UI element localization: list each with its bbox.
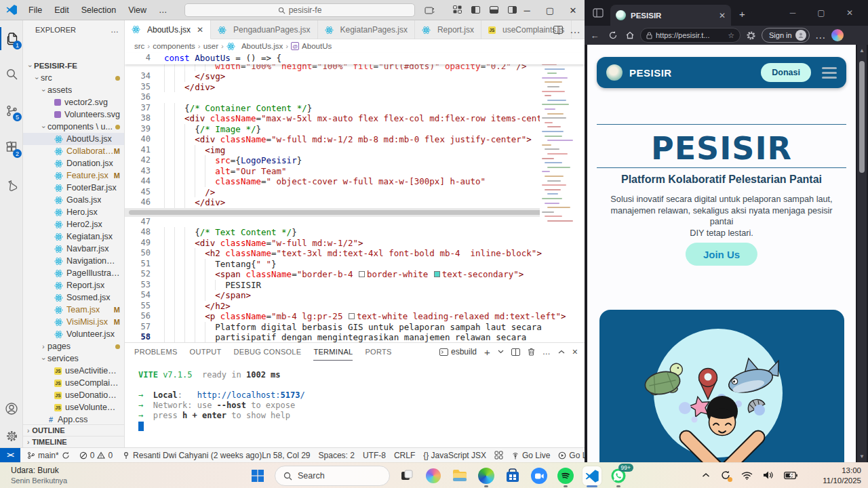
maximize-button[interactable]: ▢ — [538, 0, 561, 20]
panel-more-icon[interactable]: … — [542, 347, 551, 357]
minimap[interactable] — [540, 61, 580, 230]
tree-item-services[interactable]: ›services — [23, 352, 124, 365]
code-line-56[interactable]: 56<p className="mb-4 lg:pr-25 text-white… — [125, 311, 585, 322]
browser-more-icon[interactable]: … — [815, 29, 826, 41]
browser-scrollbar[interactable]: ▲ ▼ — [857, 45, 867, 462]
tree-item-goalsjsx[interactable]: Goals.jsx — [23, 194, 124, 206]
code-line-38[interactable]: 38<div className="max-w-5xl mx-auto flex… — [125, 113, 585, 124]
source-control-activity-icon[interactable]: 5 — [0, 99, 23, 122]
explorer-activity-icon[interactable]: 1 — [0, 27, 23, 50]
code-line-51[interactable]: 51Tentang{" "} — [125, 259, 585, 270]
tree-item-reportjsx[interactable]: Report.jsx — [23, 279, 124, 291]
menu-view[interactable]: View — [123, 3, 152, 17]
status-item[interactable] — [494, 451, 503, 460]
code-line-42[interactable]: 42src={LogoPesisir} — [125, 155, 585, 166]
editor-tab-kegiatanpagesjsx[interactable]: KegiatanPages.jsx — [318, 20, 415, 39]
tree-item-src[interactable]: ›src — [23, 72, 124, 84]
timeline-section[interactable]: ›TIMELINE — [23, 436, 124, 447]
browser-maximize-button[interactable]: ▢ — [807, 8, 835, 18]
signin-button[interactable]: Sign in — [762, 28, 810, 43]
tab-actions-icon[interactable] — [593, 8, 604, 18]
code-line-35[interactable]: 35</div> — [125, 82, 585, 93]
status-item[interactable]: Ln 58, Col 29 — [262, 451, 310, 460]
tree-item-footerbarjsx[interactable]: FooterBar.jsx — [23, 182, 124, 194]
edge-icon[interactable] — [477, 466, 496, 485]
donasi-button[interactable]: Donasi — [761, 63, 811, 82]
tree-item-usevolunteerjs[interactable]: JSuseVolunteer.js — [23, 401, 124, 413]
command-center-search[interactable]: pesisir-fe — [184, 3, 415, 17]
code-line-36[interactable]: 36 — [125, 92, 585, 103]
new-tab-icon[interactable]: + — [739, 8, 745, 20]
code-line-54[interactable]: 54</span> — [125, 290, 585, 301]
testing-flask-icon[interactable] — [0, 174, 23, 197]
tree-item-herojsx[interactable]: Hero.jsx — [23, 206, 124, 218]
menu-file[interactable]: File — [23, 3, 47, 17]
browser-home-icon[interactable] — [621, 30, 639, 40]
microsoft-store-icon[interactable] — [503, 466, 522, 485]
panel-tab-ports[interactable]: PORTS — [365, 343, 391, 361]
tree-item-usecomplaintsjs[interactable]: JSuseComplaints.js — [23, 377, 124, 389]
tray-chevron-icon[interactable] — [702, 472, 710, 478]
hamburger-menu-icon[interactable] — [822, 67, 837, 79]
code-line-43[interactable]: 43alt="Our Team" — [125, 166, 585, 177]
status-item[interactable]: main* — [27, 451, 70, 460]
tree-item-volunteerjsx[interactable]: Volunteer.jsx — [23, 328, 124, 340]
status-item[interactable]: CRLF — [394, 451, 415, 460]
task-view-icon[interactable] — [397, 466, 416, 485]
search-activity-icon[interactable] — [0, 62, 23, 85]
code-line-48[interactable]: 48{/* Text Content */} — [125, 227, 585, 238]
whatsapp-icon[interactable]: 99+ — [609, 466, 628, 485]
code-line-39[interactable]: 39{/* Image */} — [125, 124, 585, 135]
breadcrumb-item[interactable]: components — [153, 42, 195, 50]
maximize-panel-icon[interactable] — [558, 350, 565, 354]
extensions-activity-icon[interactable]: 2 — [0, 136, 23, 159]
tree-item-pageillustrationjsx[interactable]: PageIllustration.jsx — [23, 267, 124, 279]
editor-tab-aboutusjsx[interactable]: AboutUs.jsx✕ — [125, 20, 211, 39]
taskbar-search[interactable]: Search — [275, 466, 390, 486]
new-window-icon[interactable] — [425, 6, 435, 16]
code-line-52[interactable]: 52<span className="border-b-4 border-whi… — [125, 269, 585, 280]
browser-back-icon[interactable]: ← — [585, 30, 605, 41]
editor-tab-pengaduanpagesjsx[interactable]: PengaduanPages.jsx — [211, 20, 317, 39]
account-icon[interactable] — [0, 397, 23, 420]
menu-selection[interactable]: Selection — [76, 3, 121, 17]
menu-edit[interactable]: Edit — [49, 3, 75, 17]
code-line-34[interactable]: 34</svg> — [125, 71, 585, 82]
copilot-icon[interactable] — [831, 29, 844, 41]
customize-layout-icon[interactable] — [453, 5, 462, 14]
tree-item-teamjsx[interactable]: Team.jsxM — [23, 304, 124, 316]
code-area[interactable]: width="100%" height="100%" fill="url(#do… — [125, 64, 585, 342]
explorer-more-icon[interactable]: … — [111, 25, 119, 35]
tree-item-sosmedjsx[interactable]: Sosmed.jsx — [23, 291, 124, 304]
code-line[interactable]: width="100%" height="100%" fill="url(#do… — [125, 64, 585, 71]
panel-tab-terminal[interactable]: TERMINAL — [313, 343, 353, 361]
clock-widget[interactable]: 13:00 11/10/2025 — [823, 466, 861, 486]
toggle-panel-icon[interactable] — [490, 6, 498, 14]
code-line-50[interactable]: 50<h2 className="text-3xl md:text-4xl fo… — [125, 248, 585, 259]
browser-extensions-icon[interactable] — [746, 30, 756, 41]
code-line-40[interactable]: 40<div className="w-full md:w-1/2 mb-8 m… — [125, 134, 585, 145]
horizontal-scrollbar[interactable] — [125, 208, 585, 217]
status-item[interactable]: Go Live — [511, 451, 550, 460]
code-line-45[interactable]: 45/> — [125, 187, 585, 198]
code-line-4[interactable]: 4const AboutUs = () => { — [125, 53, 585, 64]
breadcrumb-item[interactable]: AboutUs — [302, 42, 332, 50]
status-item[interactable]: Resanti Dwi Cahyani (2 weeks ago) — [122, 451, 262, 460]
favorite-star-icon[interactable]: ☆ — [728, 31, 734, 40]
vscode-taskbar-icon[interactable] — [583, 466, 601, 485]
tree-item-donationjsx[interactable]: Donation.jsx — [23, 157, 124, 169]
tree-item-componentsu[interactable]: ›components \ u... — [23, 121, 124, 133]
toggle-sidebar-icon[interactable] — [471, 6, 480, 14]
volume-icon[interactable] — [763, 470, 774, 480]
scroll-down-icon[interactable]: ▼ — [857, 453, 867, 460]
tree-item-aboutusjsx[interactable]: AboutUs.jsx — [23, 133, 124, 145]
tree-item-vector2svg[interactable]: vector2.svg — [23, 96, 124, 108]
code-line-58[interactable]: 58partisipatif dengan mengintegrasikan m… — [125, 332, 585, 342]
tree-item-navigationbarjsx[interactable]: NavigationBar.jsx — [23, 255, 124, 267]
code-line-49[interactable]: 49<div className="w-full md:w-1/2"> — [125, 238, 585, 249]
panel-tab-output[interactable]: OUTPUT — [190, 343, 222, 361]
scroll-up-icon[interactable]: ▲ — [857, 47, 867, 54]
outline-section[interactable]: ›OUTLINE — [23, 424, 124, 436]
tree-item-pesisirfe[interactable]: ›PESISIR-FE — [23, 60, 124, 72]
address-bar[interactable]: https://pesisir.t... ☆ — [640, 28, 741, 43]
